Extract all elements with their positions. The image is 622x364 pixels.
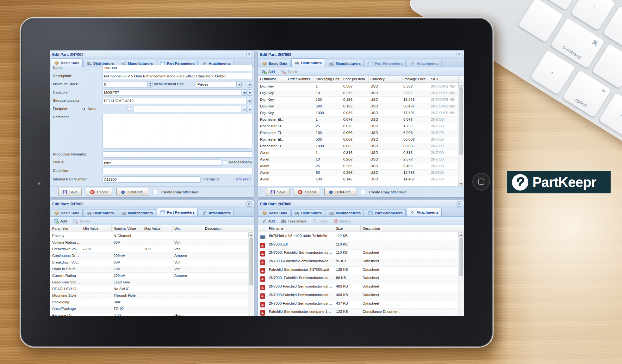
table-row[interactable]: Avnet10.31€USD0.31€2N7000 [258,150,464,156]
storage-location-select[interactable]: FELI-HOME-A012 [103,98,246,104]
cancel-button[interactable]: Cancel [294,188,320,196]
tab-attachments[interactable]: Attachments [407,60,442,67]
tab-distributors[interactable]: Distributors [291,58,325,67]
table-row[interactable]: Lead-Free Stat…Lead Free [50,279,254,286]
close-icon[interactable]: ✕ [457,201,462,207]
description-field[interactable]: N-Channel 60 V 5 Ohm Enhancement Mode Fi… [103,73,252,79]
home-button[interactable] [472,173,490,191]
column-header[interactable]: Nominal Value [112,225,142,232]
table-row[interactable]: 2N7000.-Fairchild-Semiconductor-da…110 K… [258,250,464,258]
table-row[interactable]: Avnet500.26€USD12.78€2N7000 [258,170,464,176]
scroll-up-icon[interactable] [458,232,463,237]
table-row[interactable]: 2N7000.-Fairchild-Semiconductor-da…95 KB… [258,258,464,267]
tab-manufacturers[interactable]: Manufacturers [118,209,156,216]
window-titlebar[interactable]: Edit Part: 2N7000 ✕ [258,200,464,208]
table-row[interactable]: 2N7000-Fairchild-Semiconductor-dat…437 K… [258,300,464,309]
condition-field[interactable] [103,168,252,174]
table-row[interactable]: Rochester El…1000.06€USD6.00€2N7000 [258,130,464,136]
scrollbar-thumb[interactable] [459,238,463,276]
add-distributor-button[interactable]: Add [260,69,276,75]
internal-id-link[interactable]: 375 (#af) [236,177,251,181]
internal-part-number-field[interactable]: A12300 [103,176,201,183]
column-header[interactable]: Min Value [81,225,112,232]
column-header[interactable]: Order Number [286,76,314,82]
column-header[interactable]: Max Value [142,225,172,232]
table-row[interactable]: 2N7000-Fairchild-Semiconductor-dat…409 K… [258,292,464,300]
close-icon[interactable]: ✕ [246,201,252,207]
vertical-scrollbar[interactable] [458,232,463,316]
vertical-scrollbar[interactable] [248,232,253,316]
vertical-scrollbar[interactable] [458,83,463,186]
take-image-button[interactable]: Take image [280,218,308,224]
table-row[interactable]: Mounting StyleThrough Hole [50,293,254,299]
delete-distributor-button[interactable]: Delete [280,69,299,75]
create-copy-checkbox[interactable] [153,190,157,194]
window-titlebar[interactable]: Edit Part: 2N7000 ✕ [258,51,464,58]
column-header[interactable]: Currency [369,76,401,82]
octopart-button[interactable]: OctoPart... [324,188,357,196]
table-row[interactable]: Avnet250.26€USD6.40€2N7000 [258,163,464,170]
table-row[interactable]: Digi-Key1000.15€USD15.22€2N7000FS-ND [258,97,464,103]
footprint-select[interactable] [133,106,241,112]
comment-textarea[interactable] [103,114,252,149]
add-attachment-button[interactable]: Add [260,218,276,224]
column-header[interactable]: Unit [172,225,203,232]
column-header[interactable] [258,225,267,232]
table-row[interactable]: Package Qu…3.00Gram [50,312,254,316]
table-row[interactable]: REACH SVHC …No SVHC [50,286,254,293]
production-remarks-field[interactable] [103,151,252,158]
needs-review-checkbox[interactable] [223,160,227,164]
chevron-down-icon[interactable] [247,89,252,96]
tab-basic-data[interactable]: Basic Data [259,209,290,216]
table-row[interactable]: Case/PackageTO-92 [50,306,254,312]
delete-attachment-button[interactable]: Delete [332,218,352,224]
column-header[interactable]: Price per Item [341,76,369,82]
tab-distributors[interactable]: Distributors [291,209,325,216]
table-row[interactable]: Fairchild-Semiconductor-company-1…123 KB… [258,309,464,316]
table-row[interactable]: Breakdown Vo…-20V20VVolt [50,246,254,253]
table-row[interactable]: Rochester El…10000.06€USD60.00€2N7000 [258,143,464,150]
table-row[interactable]: Continuous Dr…200mAAmpere [50,253,254,259]
table-row[interactable]: Digi-Key10.36€USD0.36€2N7000FS-ND [258,83,464,90]
close-icon[interactable]: ✕ [457,52,462,57]
scroll-up-icon[interactable] [248,232,253,237]
save-button[interactable]: Save [266,188,289,196]
column-header[interactable]: Description [361,225,459,232]
scrollbar-thumb[interactable] [249,238,253,285]
window-titlebar[interactable]: Edit Part: 2N7000 ✕ [50,51,254,58]
column-header[interactable]: Package Price [401,76,429,82]
cancel-button[interactable]: Cancel [86,188,112,196]
chevron-down-icon[interactable] [242,89,247,96]
tab-part-parameters[interactable]: Part Parameters [157,208,198,216]
quantity-stepper[interactable] [147,81,152,88]
tab-manufacturers[interactable]: Manufacturers [326,60,364,67]
table-row[interactable]: Rochester El…250.07€USD1.75€2N7000 [258,123,464,130]
column-header[interactable]: Filename [267,225,334,232]
category-select[interactable]: MOSFET [103,89,241,96]
column-header[interactable]: Packaging Unit [314,76,341,82]
table-row[interactable]: 8b7f34dd-a4f3-4b20-a0de-7c4db2fd…112 KB [258,233,464,241]
chevron-down-icon[interactable] [247,81,252,88]
minimum-stock-field[interactable]: 0 [103,81,147,88]
table-row[interactable]: Breakdown Vo…60VVolt [50,259,254,266]
column-header[interactable]: Size [334,225,361,232]
table-row[interactable]: Drain to Sourc…60VVolt [50,266,254,273]
chevron-down-icon[interactable] [242,106,247,112]
table-row[interactable]: Fairchild-Semiconductor-2N7000..pdf128 K… [258,267,464,275]
delete-parameter-button[interactable]: Delete [72,218,91,224]
tab-part-parameters[interactable]: Part Parameters [365,60,406,67]
scroll-down-icon[interactable] [458,181,463,186]
table-row[interactable]: 2N7000-Fairchild-Semiconductor-dat…483 K… [258,283,464,292]
tab-manufacturers[interactable]: Manufacturers [326,209,364,216]
chevron-down-icon[interactable] [247,98,252,104]
footprint-none-radio[interactable] [82,107,86,111]
table-row[interactable]: Avnet1000.14€USD14.46€2N7000 [258,176,464,183]
scrollbar-thumb[interactable] [459,88,463,155]
save-button[interactable]: Save [58,188,82,196]
octopart-button[interactable]: OctoPart... [116,188,149,196]
chevron-down-icon[interactable] [237,81,242,88]
table-row[interactable]: Digi-Key5000.10€USD50.40€2N7000FS-ND [258,103,464,110]
name-field[interactable]: 2N7000 [103,65,252,71]
footprint-custom-radio[interactable] [127,107,131,111]
table-row[interactable]: 2N7000.-Fairchild-Semiconductor-da…88 KB… [258,275,464,283]
